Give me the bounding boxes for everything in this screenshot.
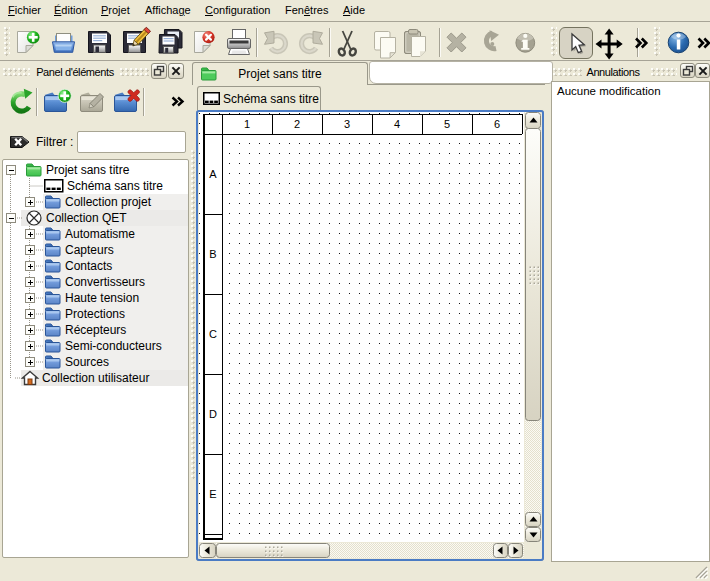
- svg-text:D: D: [209, 408, 217, 420]
- svg-text:3: 3: [344, 118, 350, 130]
- svg-text:1: 1: [244, 118, 250, 130]
- svg-text:C: C: [209, 328, 217, 340]
- svg-text:6: 6: [494, 118, 500, 130]
- svg-text:E: E: [209, 488, 216, 500]
- svg-text:5: 5: [444, 118, 450, 130]
- svg-text:4: 4: [394, 118, 400, 130]
- svg-text:2: 2: [294, 118, 300, 130]
- svg-text:A: A: [209, 168, 217, 180]
- svg-text:B: B: [209, 248, 216, 260]
